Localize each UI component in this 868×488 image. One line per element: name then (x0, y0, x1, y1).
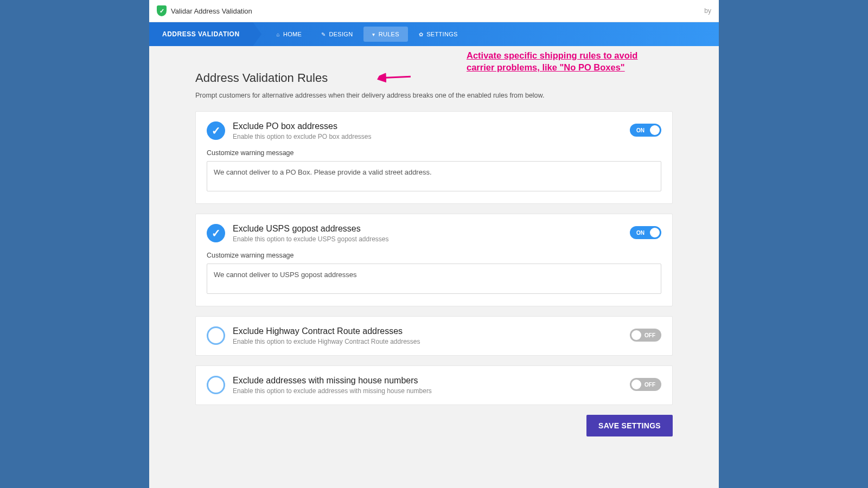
rule-title: Exclude addresses with missing house num… (233, 376, 622, 386)
nav-item-label: HOME (283, 31, 302, 37)
settings-icon: ✿ (419, 31, 423, 37)
nav-item-design[interactable]: ✎DESIGN (312, 27, 361, 42)
rule-card: Exclude Highway Contract Route addresses… (195, 316, 673, 356)
toggle-knob (631, 330, 641, 340)
toggle-label: ON (636, 127, 644, 133)
customize-warning-label: Customize warning message (207, 252, 661, 259)
nav-item-settings[interactable]: ✿SETTINGS (410, 27, 467, 42)
warning-message-input[interactable] (207, 161, 661, 191)
toggle-label: OFF (644, 332, 655, 338)
rules-icon: ▾ (372, 31, 375, 37)
rule-card: Exclude PO box addressesEnable this opti… (195, 111, 673, 204)
nav-item-label: SETTINGS (426, 31, 457, 37)
rule-toggle[interactable]: OFF (630, 378, 661, 391)
toggle-knob (631, 380, 641, 389)
rule-description: Enable this option to exclude PO box add… (233, 133, 622, 140)
rule-description: Enable this option to exclude USPS gopos… (233, 235, 622, 243)
nav-bar: ADDRESS VALIDATION ⌂HOME✎DESIGN▾RULES✿SE… (149, 22, 719, 46)
by-label: by (704, 7, 711, 15)
rule-description: Enable this option to exclude Highway Co… (233, 338, 622, 345)
rule-card: Exclude USPS gopost addressesEnable this… (195, 214, 673, 306)
top-bar: Validar Address Validation by (149, 0, 719, 22)
rule-toggle[interactable]: ON (630, 226, 661, 239)
nav-brand[interactable]: ADDRESS VALIDATION (149, 22, 253, 46)
app-name: Validar Address Validation (171, 7, 252, 15)
shield-icon (157, 5, 167, 16)
app-frame: Validar Address Validation by ADDRESS VA… (149, 0, 719, 488)
nav-item-rules[interactable]: ▾RULES (363, 27, 408, 42)
nav-item-label: DESIGN (329, 31, 353, 37)
home-icon: ⌂ (277, 31, 280, 37)
toggle-label: ON (636, 230, 644, 236)
design-icon: ✎ (321, 31, 326, 37)
rule-description: Enable this option to exclude addresses … (233, 387, 622, 395)
rule-toggle[interactable]: OFF (630, 329, 661, 342)
check-circle-icon (207, 121, 225, 140)
rule-title: Exclude USPS gopost addresses (233, 224, 622, 234)
customize-warning-label: Customize warning message (207, 149, 661, 157)
page-subtitle: Prompt customers for alternative address… (195, 92, 673, 99)
toggle-knob (650, 228, 660, 237)
toggle-label: OFF (644, 382, 655, 388)
empty-circle-icon (207, 376, 225, 394)
callout-annotation: Activate specific shipping rules to avoi… (467, 49, 662, 74)
rule-toggle[interactable]: ON (630, 124, 661, 137)
toggle-knob (650, 125, 660, 135)
save-settings-button[interactable]: SAVE SETTINGS (586, 415, 673, 436)
check-circle-icon (207, 224, 225, 242)
warning-message-input[interactable] (207, 264, 661, 294)
nav-item-label: RULES (379, 31, 399, 37)
content-area: Activate specific shipping rules to avoi… (149, 46, 719, 488)
empty-circle-icon (207, 326, 225, 345)
nav-item-home[interactable]: ⌂HOME (268, 27, 311, 42)
rule-card: Exclude addresses with missing house num… (195, 365, 673, 405)
rule-title: Exclude PO box addresses (233, 121, 622, 131)
rule-title: Exclude Highway Contract Route addresses (233, 326, 622, 336)
